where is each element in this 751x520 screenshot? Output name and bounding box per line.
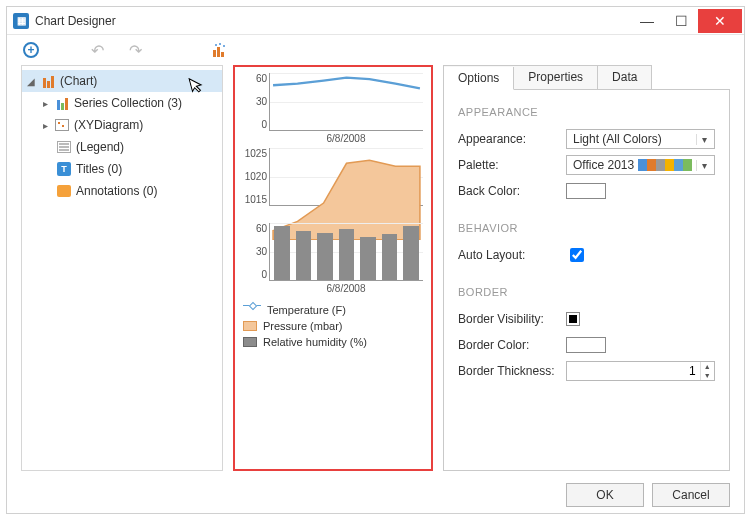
section-border: BORDER <box>458 286 715 298</box>
legend-label: Temperature (F) <box>267 302 346 318</box>
xydiagram-icon <box>54 118 70 132</box>
chart-icon <box>40 74 56 88</box>
combo-value: Office 2013 <box>573 158 634 172</box>
tree-node-annotations[interactable]: Annotations (0) <box>22 180 222 202</box>
ytick: 1025 <box>239 148 267 159</box>
svg-rect-2 <box>221 52 224 57</box>
tab-properties[interactable]: Properties <box>514 66 598 89</box>
legend-label: Relative humidity (%) <box>263 334 367 350</box>
ytick: 30 <box>239 96 267 107</box>
window-title: Chart Designer <box>35 14 116 28</box>
spin-up-icon[interactable]: ▲ <box>701 362 714 371</box>
dialog-footer: OK Cancel <box>7 477 744 513</box>
cancel-button[interactable]: Cancel <box>652 483 730 507</box>
chevron-down-icon: ▾ <box>696 134 712 145</box>
combo-value: Light (All Colors) <box>573 132 662 146</box>
spin-down-icon[interactable]: ▼ <box>701 371 714 380</box>
series-icon <box>54 96 70 110</box>
appearance-label: Appearance: <box>458 132 566 146</box>
tree-label: (Chart) <box>60 74 97 88</box>
autolayout-checkbox[interactable] <box>570 248 584 262</box>
svg-point-3 <box>215 44 217 46</box>
border-color-label: Border Color: <box>458 338 566 352</box>
redo-button[interactable]: ↷ <box>125 40 145 60</box>
svg-point-4 <box>219 43 221 45</box>
annotations-icon <box>56 184 72 198</box>
bar-swatch-icon <box>243 337 257 347</box>
chart-app-icon: ▦ <box>13 13 29 29</box>
collapse-icon[interactable]: ◢ <box>26 76 36 87</box>
preview-legend: Temperature (F) Pressure (mbar) Relative… <box>243 302 423 350</box>
legend-label: Pressure (mbar) <box>263 318 342 334</box>
ytick: 60 <box>239 223 267 234</box>
titles-icon: T <box>56 162 72 176</box>
expand-icon[interactable]: ▸ <box>40 120 50 131</box>
tree-node-diagram[interactable]: ▸ (XYDiagram) <box>22 114 222 136</box>
tree-node-chart[interactable]: ◢ (Chart) <box>22 70 222 92</box>
ytick: 1015 <box>239 194 267 205</box>
tree-node-titles[interactable]: T Titles (0) <box>22 158 222 180</box>
tree-node-legend[interactable]: (Legend) <box>22 136 222 158</box>
border-thickness-label: Border Thickness: <box>458 364 566 378</box>
options-panel: APPEARANCE Appearance: Light (All Colors… <box>443 89 730 471</box>
toolbar: + ↶ ↷ <box>7 35 744 65</box>
chevron-down-icon: ▾ <box>696 160 712 171</box>
tree-label: Titles (0) <box>76 162 122 176</box>
svg-point-5 <box>223 45 225 47</box>
preview-line-chart: 60 30 0 6/8/2008 <box>243 73 423 144</box>
expand-icon[interactable]: ▸ <box>40 98 50 109</box>
ytick: 0 <box>239 269 267 280</box>
ok-button[interactable]: OK <box>566 483 644 507</box>
line-swatch-icon <box>243 305 261 315</box>
border-visibility-toggle[interactable] <box>566 312 580 326</box>
ytick: 30 <box>239 246 267 257</box>
section-appearance: APPEARANCE <box>458 106 715 118</box>
legend-icon <box>56 140 72 154</box>
close-button[interactable]: ✕ <box>698 9 742 33</box>
minimize-button[interactable]: — <box>630 10 664 32</box>
undo-button[interactable]: ↶ <box>87 40 107 60</box>
maximize-button[interactable]: ☐ <box>664 10 698 32</box>
border-thickness-spinner[interactable]: ▲ ▼ <box>566 361 715 381</box>
change-type-button[interactable] <box>211 40 231 60</box>
svg-rect-1 <box>217 47 220 57</box>
backcolor-picker[interactable] <box>566 183 606 199</box>
border-color-picker[interactable] <box>566 337 606 353</box>
section-behavior: BEHAVIOR <box>458 222 715 234</box>
ytick: 0 <box>239 119 267 130</box>
palette-swatches-icon <box>638 159 692 171</box>
tab-options[interactable]: Options <box>444 67 514 90</box>
tree-label: (Legend) <box>76 140 124 154</box>
chart-preview: 60 30 0 6/8/2008 1025 1020 1015 <box>233 65 433 471</box>
svg-rect-0 <box>213 50 216 57</box>
border-thickness-input[interactable] <box>567 364 700 378</box>
add-button[interactable]: + <box>21 40 41 60</box>
series-palette-icon <box>212 42 230 58</box>
tree-label: (XYDiagram) <box>74 118 143 132</box>
ytick: 1020 <box>239 171 267 182</box>
palette-label: Palette: <box>458 158 566 172</box>
preview-bar-chart: 60 30 0 6/8/2008 <box>243 223 423 294</box>
border-visibility-label: Border Visibility: <box>458 312 566 326</box>
tree-label: Annotations (0) <box>76 184 157 198</box>
appearance-combobox[interactable]: Light (All Colors) ▾ <box>566 129 715 149</box>
tree-label: Series Collection (3) <box>74 96 182 110</box>
chart-designer-window: ▦ Chart Designer — ☐ ✕ + ↶ ↷ ◢ <box>6 6 745 514</box>
tree-node-series[interactable]: ▸ Series Collection (3) <box>22 92 222 114</box>
palette-combobox[interactable]: Office 2013 ▾ <box>566 155 715 175</box>
area-swatch-icon <box>243 321 257 331</box>
backcolor-label: Back Color: <box>458 184 566 198</box>
titlebar: ▦ Chart Designer — ☐ ✕ <box>7 7 744 35</box>
preview-area-chart: 1025 1020 1015 6/8/2008 <box>243 148 423 219</box>
autolayout-label: Auto Layout: <box>458 248 566 262</box>
ytick: 60 <box>239 73 267 84</box>
xlabel: 6/8/2008 <box>269 283 423 294</box>
tabstrip: Options Properties Data <box>443 65 652 89</box>
structure-tree[interactable]: ◢ (Chart) ▸ Series Collection (3) ▸ (XYD… <box>21 65 223 471</box>
properties-pane: Options Properties Data APPEARANCE Appea… <box>443 65 730 471</box>
tab-data[interactable]: Data <box>598 66 651 89</box>
